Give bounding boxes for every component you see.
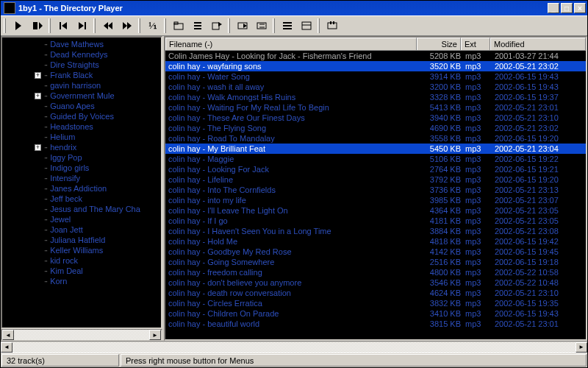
- tree-hscroll[interactable]: ◄ ►: [1, 329, 162, 341]
- toolbar-grip[interactable]: [273, 18, 275, 33]
- svg-rect-26: [302, 22, 311, 29]
- file-row[interactable]: colin hay - freedom calling4800 KBmp3200…: [165, 267, 586, 277]
- file-row[interactable]: Colin James Hay - Looking for Jack - Fis…: [165, 51, 586, 61]
- tree-item[interactable]: ··Dire Straights: [8, 60, 161, 70]
- file-row[interactable]: colin hay - Going Somewhere2516 KBmp3200…: [165, 257, 586, 267]
- toolbar-grip[interactable]: [4, 18, 6, 33]
- expand-icon[interactable]: +: [35, 72, 41, 79]
- toolbar-grip[interactable]: [228, 18, 230, 33]
- playlist-button[interactable]: [190, 18, 206, 34]
- mode-b-button[interactable]: [254, 18, 270, 34]
- view-b-button[interactable]: [298, 18, 315, 34]
- status-hint: Press right mouse button for Menus: [121, 354, 587, 367]
- close-button[interactable]: ×: [574, 3, 586, 13]
- svg-rect-3: [60, 22, 61, 29]
- tree-item-label: Intensify: [50, 174, 80, 183]
- file-row[interactable]: colin hay - beautiful world3815 KBmp3200…: [165, 319, 586, 329]
- file-row[interactable]: colin hay - wayfaring sons3520 KBmp32002…: [165, 61, 586, 71]
- expand-icon[interactable]: +: [35, 93, 41, 99]
- tree-item[interactable]: ··Iggy Pop: [8, 152, 161, 163]
- tree-item[interactable]: ··Intensify: [8, 173, 161, 183]
- file-row[interactable]: colin hay - Goodbye My Red Rose4142 KBmp…: [165, 247, 586, 257]
- toolbar-grip[interactable]: [93, 18, 96, 33]
- tree-item[interactable]: ··Joan Jett: [8, 224, 161, 235]
- scroll-left-button[interactable]: ◄: [2, 330, 14, 340]
- tree-item[interactable]: ··Helium: [8, 132, 161, 142]
- column-header[interactable]: Filename (-) Size Ext Modified: [165, 38, 586, 51]
- tree-item[interactable]: ··Indigo girls: [8, 163, 161, 173]
- rewind-button[interactable]: [100, 18, 116, 34]
- toolbar-grip[interactable]: [318, 18, 320, 33]
- file-row[interactable]: colin hay - into my life3985 KBmp32002-0…: [165, 195, 586, 205]
- tree-item[interactable]: ··Dave Mathews: [8, 39, 161, 49]
- view-a-button[interactable]: [279, 18, 295, 34]
- play-button[interactable]: [10, 18, 26, 34]
- file-row[interactable]: colin hay - My Brilliant Feat5450 KBmp32…: [165, 144, 586, 154]
- tree-item[interactable]: ··Guided By Voices: [8, 111, 161, 121]
- toolbar-grip[interactable]: [138, 18, 140, 33]
- scroll-right-button[interactable]: ►: [149, 330, 161, 340]
- mode-a-button[interactable]: [234, 18, 251, 34]
- toolbar-grip[interactable]: [164, 18, 166, 33]
- numbers-button[interactable]: ¹⁄₁: [145, 18, 161, 34]
- tree-item[interactable]: ··Kim Deal: [8, 266, 161, 276]
- file-row[interactable]: colin hay - Children On Parade3410 KBmp3…: [165, 308, 586, 319]
- scroll-left-button[interactable]: ◄: [1, 342, 12, 353]
- col-size[interactable]: Size: [417, 38, 461, 50]
- expand-icon[interactable]: +: [35, 144, 41, 151]
- titlebar[interactable]: 1by1 - The Directory Player _ □ ×: [1, 1, 587, 15]
- tree-item[interactable]: +··Government Mule: [8, 91, 161, 101]
- tree-item[interactable]: +··Frank Black: [8, 70, 161, 80]
- file-row[interactable]: colin hay - Lifeline3792 KBmp32002-06-15…: [165, 174, 586, 185]
- col-ext[interactable]: Ext: [461, 38, 490, 50]
- forward-button[interactable]: [119, 18, 135, 34]
- main-hscroll[interactable]: ◄ ►: [1, 341, 587, 353]
- file-row[interactable]: colin hay - Walk Amongst His Ruins3328 K…: [165, 92, 586, 102]
- minimize-button[interactable]: _: [548, 3, 559, 13]
- file-row[interactable]: colin hay - These Are Our Finest Days394…: [165, 113, 586, 123]
- stop-pause-button[interactable]: [29, 18, 46, 34]
- tree-item[interactable]: ··Juliana Hatfield: [8, 235, 161, 245]
- toolbar-grip[interactable]: [49, 18, 51, 33]
- file-row[interactable]: colin hay - If I go4181 KBmp32002-05-21 …: [165, 216, 586, 226]
- next-button[interactable]: [74, 18, 90, 34]
- settings-button[interactable]: [324, 18, 340, 34]
- file-row[interactable]: colin hay - The Flying Song4690 KBmp3200…: [165, 123, 586, 133]
- file-row[interactable]: colin hay - Into The Cornfields3736 KBmp…: [165, 185, 586, 195]
- tree-item[interactable]: ··kid rock: [8, 255, 161, 266]
- file-row[interactable]: colin hay - Road To Mandalay3558 KBmp320…: [165, 133, 586, 144]
- tree-item[interactable]: ··Headstones: [8, 121, 161, 132]
- tree-item[interactable]: ··Jesus and The Mary Cha: [8, 204, 161, 214]
- tree-item[interactable]: ··Keller Williams: [8, 245, 161, 255]
- file-row[interactable]: colin hay - Circles Erratica3832 KBmp320…: [165, 298, 586, 308]
- tree-item[interactable]: ··Korn: [8, 276, 161, 286]
- tree-item[interactable]: ··gavin harrison: [8, 80, 161, 91]
- open-button[interactable]: [171, 18, 187, 34]
- add-button[interactable]: [209, 18, 225, 34]
- col-modified[interactable]: Modified: [490, 38, 586, 50]
- tree-item[interactable]: ··Guano Apes: [8, 101, 161, 111]
- tree-item[interactable]: ··Dead Kennedys: [8, 49, 161, 60]
- scroll-right-button[interactable]: ►: [576, 342, 587, 353]
- folder-tree[interactable]: ··Dave Mathews··Dead Kennedys··Dire Stra…: [1, 36, 162, 329]
- file-row[interactable]: colin hay - don't believe you anymore354…: [165, 277, 586, 288]
- tree-item[interactable]: ··Janes Addiction: [8, 183, 161, 194]
- file-row[interactable]: colin hay - I Haven't Seen You in a Long…: [165, 226, 586, 236]
- file-row[interactable]: colin hay - Looking For Jack2764 KBmp320…: [165, 164, 586, 174]
- col-filename[interactable]: Filename (-): [165, 38, 417, 50]
- file-row[interactable]: colin hay - Maggie5106 KBmp32002-06-15 1…: [165, 154, 586, 164]
- scroll-track[interactable]: [12, 342, 576, 353]
- file-row[interactable]: colin hay - wash it all away3200 KBmp320…: [165, 82, 586, 92]
- file-row[interactable]: colin hay - I'll Leave The Light On4364 …: [165, 205, 586, 216]
- file-list[interactable]: Colin James Hay - Looking for Jack - Fis…: [165, 51, 586, 339]
- file-row[interactable]: colin hay - Hold Me4818 KBmp32002-06-15 …: [165, 236, 586, 247]
- maximize-button[interactable]: □: [561, 3, 573, 13]
- tree-item[interactable]: ··Jewel: [8, 214, 161, 224]
- tree-item[interactable]: ··Jeff beck: [8, 194, 161, 204]
- scroll-track[interactable]: [14, 330, 149, 340]
- file-row[interactable]: colin hay - Water Song3914 KBmp32002-06-…: [165, 71, 586, 82]
- tree-item[interactable]: +··hendrix: [8, 142, 161, 152]
- prev-button[interactable]: [55, 18, 71, 34]
- file-row[interactable]: colin hay - death row conversation4624 K…: [165, 288, 586, 298]
- file-row[interactable]: colin hay - Waiting For My Real Life To …: [165, 102, 586, 113]
